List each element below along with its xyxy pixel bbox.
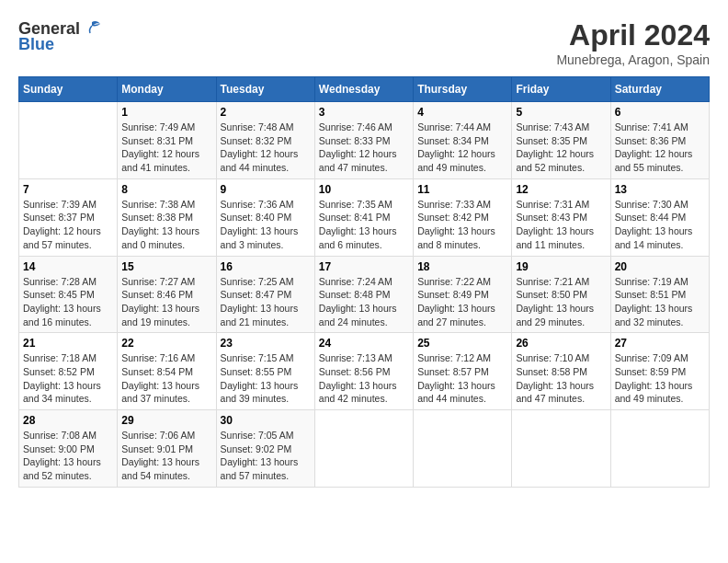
- day-cell: 12Sunrise: 7:31 AMSunset: 8:43 PMDayligh…: [512, 178, 610, 256]
- day-info: Sunrise: 7:27 AMSunset: 8:46 PMDaylight:…: [121, 275, 211, 329]
- day-info: Sunrise: 7:13 AMSunset: 8:56 PMDaylight:…: [319, 351, 409, 406]
- day-cell: [414, 410, 512, 488]
- day-cell: 19Sunrise: 7:21 AMSunset: 8:50 PMDayligh…: [512, 256, 610, 333]
- day-number: 21: [23, 337, 113, 350]
- day-cell: 14Sunrise: 7:28 AMSunset: 8:45 PMDayligh…: [19, 256, 118, 333]
- day-number: 29: [121, 414, 211, 427]
- week-row-4: 21Sunrise: 7:18 AMSunset: 8:52 PMDayligh…: [19, 333, 710, 410]
- day-cell: 28Sunrise: 7:08 AMSunset: 9:00 PMDayligh…: [19, 410, 118, 488]
- day-cell: 21Sunrise: 7:18 AMSunset: 8:52 PMDayligh…: [19, 333, 118, 410]
- day-number: 14: [23, 260, 113, 273]
- day-header-wednesday: Wednesday: [314, 77, 413, 102]
- day-cell: 25Sunrise: 7:12 AMSunset: 8:57 PMDayligh…: [414, 333, 512, 410]
- day-cell: 17Sunrise: 7:24 AMSunset: 8:48 PMDayligh…: [314, 256, 413, 333]
- day-info: Sunrise: 7:33 AMSunset: 8:42 PMDaylight:…: [417, 198, 507, 252]
- day-number: 24: [319, 337, 409, 350]
- day-cell: 6Sunrise: 7:41 AMSunset: 8:36 PMDaylight…: [610, 102, 709, 179]
- day-cell: 23Sunrise: 7:15 AMSunset: 8:55 PMDayligh…: [216, 333, 314, 410]
- day-cell: 16Sunrise: 7:25 AMSunset: 8:47 PMDayligh…: [216, 256, 314, 333]
- day-cell: 24Sunrise: 7:13 AMSunset: 8:56 PMDayligh…: [314, 333, 413, 410]
- day-headers-row: SundayMondayTuesdayWednesdayThursdayFrid…: [19, 77, 710, 102]
- day-number: 15: [121, 260, 211, 273]
- day-number: 6: [615, 106, 705, 119]
- day-cell: 11Sunrise: 7:33 AMSunset: 8:42 PMDayligh…: [414, 178, 512, 256]
- day-number: 12: [516, 183, 606, 196]
- page-header: General Blue April 2024 Munebrega, Arago…: [18, 18, 710, 67]
- day-info: Sunrise: 7:06 AMSunset: 9:01 PMDaylight:…: [121, 429, 211, 483]
- logo-bird-icon: [82, 18, 102, 39]
- day-info: Sunrise: 7:38 AMSunset: 8:38 PMDaylight:…: [121, 198, 211, 252]
- day-number: 1: [121, 106, 211, 119]
- day-info: Sunrise: 7:49 AMSunset: 8:31 PMDaylight:…: [121, 121, 211, 175]
- day-number: 7: [23, 183, 113, 196]
- week-row-2: 7Sunrise: 7:39 AMSunset: 8:37 PMDaylight…: [19, 178, 710, 256]
- day-number: 3: [319, 106, 409, 119]
- day-info: Sunrise: 7:25 AMSunset: 8:47 PMDaylight:…: [221, 275, 311, 329]
- day-info: Sunrise: 7:46 AMSunset: 8:33 PMDaylight:…: [319, 121, 409, 175]
- day-cell: 7Sunrise: 7:39 AMSunset: 8:37 PMDaylight…: [19, 178, 118, 256]
- week-row-1: 1Sunrise: 7:49 AMSunset: 8:31 PMDaylight…: [19, 102, 710, 179]
- day-cell: 4Sunrise: 7:44 AMSunset: 8:34 PMDaylight…: [414, 102, 512, 179]
- day-cell: 22Sunrise: 7:16 AMSunset: 8:54 PMDayligh…: [118, 333, 216, 410]
- day-cell: 27Sunrise: 7:09 AMSunset: 8:59 PMDayligh…: [610, 333, 709, 410]
- title-block: April 2024 Munebrega, Aragon, Spain: [556, 18, 710, 67]
- day-info: Sunrise: 7:30 AMSunset: 8:44 PMDaylight:…: [615, 198, 705, 252]
- day-number: 30: [221, 414, 311, 427]
- day-cell: 5Sunrise: 7:43 AMSunset: 8:35 PMDaylight…: [512, 102, 610, 179]
- day-info: Sunrise: 7:44 AMSunset: 8:34 PMDaylight:…: [417, 121, 507, 175]
- day-cell: 8Sunrise: 7:38 AMSunset: 8:38 PMDaylight…: [118, 178, 216, 256]
- day-info: Sunrise: 7:08 AMSunset: 9:00 PMDaylight:…: [23, 429, 113, 483]
- day-info: Sunrise: 7:24 AMSunset: 8:48 PMDaylight:…: [319, 275, 409, 329]
- day-header-tuesday: Tuesday: [216, 77, 314, 102]
- day-number: 16: [221, 260, 311, 273]
- day-info: Sunrise: 7:43 AMSunset: 8:35 PMDaylight:…: [516, 121, 606, 175]
- day-number: 10: [319, 183, 409, 196]
- day-number: 11: [417, 183, 507, 196]
- day-info: Sunrise: 7:41 AMSunset: 8:36 PMDaylight:…: [615, 121, 705, 175]
- day-cell: [314, 410, 413, 488]
- day-info: Sunrise: 7:16 AMSunset: 8:54 PMDaylight:…: [121, 351, 211, 406]
- week-row-5: 28Sunrise: 7:08 AMSunset: 9:00 PMDayligh…: [19, 410, 710, 488]
- day-cell: [19, 102, 118, 179]
- day-number: 23: [221, 337, 311, 350]
- day-number: 27: [615, 337, 705, 350]
- day-cell: [512, 410, 610, 488]
- day-info: Sunrise: 7:28 AMSunset: 8:45 PMDaylight:…: [23, 275, 113, 329]
- day-header-monday: Monday: [118, 77, 216, 102]
- day-number: 8: [121, 183, 211, 196]
- day-info: Sunrise: 7:48 AMSunset: 8:32 PMDaylight:…: [221, 121, 311, 175]
- day-info: Sunrise: 7:10 AMSunset: 8:58 PMDaylight:…: [516, 351, 606, 406]
- day-number: 26: [516, 337, 606, 350]
- day-number: 28: [23, 414, 113, 427]
- month-title: April 2024: [556, 18, 710, 52]
- day-info: Sunrise: 7:09 AMSunset: 8:59 PMDaylight:…: [615, 351, 705, 406]
- day-cell: 10Sunrise: 7:35 AMSunset: 8:41 PMDayligh…: [314, 178, 413, 256]
- day-header-thursday: Thursday: [414, 77, 512, 102]
- day-number: 5: [516, 106, 606, 119]
- day-cell: 26Sunrise: 7:10 AMSunset: 8:58 PMDayligh…: [512, 333, 610, 410]
- location-text: Munebrega, Aragon, Spain: [556, 52, 710, 67]
- day-cell: 29Sunrise: 7:06 AMSunset: 9:01 PMDayligh…: [118, 410, 216, 488]
- day-info: Sunrise: 7:15 AMSunset: 8:55 PMDaylight:…: [221, 351, 311, 406]
- day-info: Sunrise: 7:35 AMSunset: 8:41 PMDaylight:…: [319, 198, 409, 252]
- logo-blue-text: Blue: [18, 35, 54, 54]
- day-cell: [610, 410, 709, 488]
- day-cell: 30Sunrise: 7:05 AMSunset: 9:02 PMDayligh…: [216, 410, 314, 488]
- day-info: Sunrise: 7:22 AMSunset: 8:49 PMDaylight:…: [417, 275, 507, 329]
- day-number: 20: [615, 260, 705, 273]
- day-info: Sunrise: 7:19 AMSunset: 8:51 PMDaylight:…: [615, 275, 705, 329]
- calendar-table: SundayMondayTuesdayWednesdayThursdayFrid…: [18, 76, 710, 488]
- day-cell: 3Sunrise: 7:46 AMSunset: 8:33 PMDaylight…: [314, 102, 413, 179]
- day-header-sunday: Sunday: [19, 77, 118, 102]
- day-cell: 20Sunrise: 7:19 AMSunset: 8:51 PMDayligh…: [610, 256, 709, 333]
- day-info: Sunrise: 7:39 AMSunset: 8:37 PMDaylight:…: [23, 198, 113, 252]
- day-number: 17: [319, 260, 409, 273]
- day-info: Sunrise: 7:18 AMSunset: 8:52 PMDaylight:…: [23, 351, 113, 406]
- day-info: Sunrise: 7:05 AMSunset: 9:02 PMDaylight:…: [221, 429, 311, 483]
- day-header-saturday: Saturday: [610, 77, 709, 102]
- day-cell: 2Sunrise: 7:48 AMSunset: 8:32 PMDaylight…: [216, 102, 314, 179]
- week-row-3: 14Sunrise: 7:28 AMSunset: 8:45 PMDayligh…: [19, 256, 710, 333]
- day-number: 25: [417, 337, 507, 350]
- logo: General Blue: [18, 18, 102, 54]
- day-number: 9: [221, 183, 311, 196]
